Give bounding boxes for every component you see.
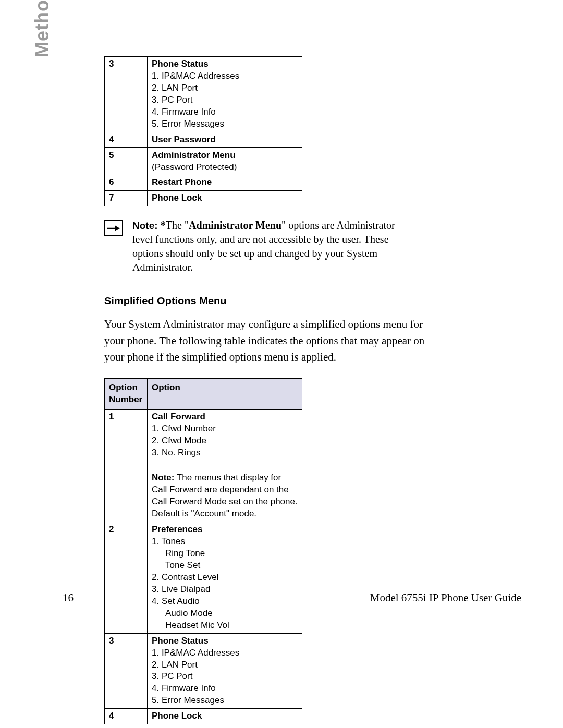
- note-rule-bottom: [104, 280, 417, 280]
- simplified-options-table: Option Number Option 1Call Forward1. Cfw…: [104, 378, 302, 724]
- option-subitem: 1. Tones: [152, 536, 298, 548]
- option-cell: Phone Status1. IP&MAC Addresses2. LAN Po…: [148, 57, 302, 132]
- option-number-cell: 7: [105, 191, 148, 206]
- options-table-continued: 3Phone Status1. IP&MAC Addresses2. LAN P…: [104, 56, 302, 206]
- option-subitem: Tone Set: [152, 560, 298, 572]
- note-bold-term: Administrator Menu: [189, 219, 282, 231]
- table-header-option-number: Option Number: [105, 378, 148, 409]
- option-subitem: 4. Firmware Info: [152, 106, 298, 118]
- table-row: 1Call Forward1. Cfwd Number2. Cfwd Mode3…: [105, 409, 302, 522]
- option-cell: Phone Lock: [148, 709, 302, 724]
- table-row: 3Phone Status1. IP&MAC Addresses2. LAN P…: [105, 57, 302, 132]
- option-number-cell: 3: [105, 57, 148, 132]
- option-number-cell: 4: [105, 132, 148, 147]
- option-title: Phone Status: [152, 58, 298, 70]
- option-subitem: 5. Error Messages: [152, 118, 298, 130]
- option-subitem: 3. No. Rings: [152, 447, 298, 459]
- table-row: 4Phone Lock: [105, 709, 302, 724]
- guide-title: Model 6755i IP Phone User Guide: [370, 591, 521, 604]
- option-number-cell: 6: [105, 175, 148, 191]
- table-row: 6Restart Phone: [105, 175, 302, 191]
- option-cell: Phone Lock: [148, 191, 302, 206]
- spacer: [152, 459, 298, 468]
- option-subitem: Audio Mode: [152, 608, 298, 620]
- option-number-cell: 1: [105, 409, 148, 522]
- option-number-cell: 5: [105, 147, 148, 175]
- option-title: User Password: [152, 134, 298, 146]
- arrow-right-icon: [104, 220, 123, 236]
- note-asterisk: *: [161, 219, 166, 231]
- option-title: Restart Phone: [152, 177, 298, 189]
- footer-rule: [63, 588, 521, 588]
- table-row: 5Administrator Menu(Password Protected): [105, 147, 302, 175]
- option-subitem: 2. LAN Port: [152, 82, 298, 94]
- option-cell: Preferences1. TonesRing ToneTone Set2. C…: [148, 522, 302, 633]
- option-title: Phone Lock: [152, 710, 298, 722]
- option-title: Phone Lock: [152, 192, 298, 204]
- option-cell: User Password: [148, 132, 302, 147]
- option-title: Administrator Menu: [152, 150, 298, 162]
- option-subitem: (Password Protected): [152, 162, 298, 174]
- option-title: Phone Status: [152, 635, 298, 647]
- option-number-cell: 2: [105, 522, 148, 633]
- section-heading: Simplified Options Menu: [104, 295, 438, 307]
- svg-marker-1: [115, 225, 120, 231]
- option-subitem: 1. IP&MAC Addresses: [152, 647, 298, 659]
- table-row: 4User Password: [105, 132, 302, 147]
- option-subitem: 2. LAN Port: [152, 659, 298, 671]
- option-cell: Restart Phone: [148, 175, 302, 191]
- option-subitem: 3. PC Port: [152, 94, 298, 106]
- option-cell: Call Forward1. Cfwd Number2. Cfwd Mode3.…: [148, 409, 302, 522]
- option-subitem: 2. Cfwd Mode: [152, 435, 298, 447]
- option-subitem: 1. Cfwd Number: [152, 423, 298, 435]
- option-subitem: 3. PC Port: [152, 671, 298, 683]
- note-label: Note:: [132, 220, 161, 231]
- page-footer: 16 Model 6755i IP Phone User Guide: [63, 588, 521, 604]
- option-subitem: Ring Tone: [152, 548, 298, 560]
- th-line1: Option: [109, 382, 143, 394]
- note-lead: The ": [166, 219, 189, 231]
- option-title: Preferences: [152, 524, 298, 536]
- option-subitem: Headset Mic Vol: [152, 620, 298, 632]
- table-header-option: Option: [148, 378, 302, 409]
- sidebar-section-title: Methods for Customizing Your Phone: [31, 0, 53, 57]
- page-content: 3Phone Status1. IP&MAC Addresses2. LAN P…: [104, 56, 438, 724]
- page-number: 16: [63, 591, 74, 604]
- table-row: 7Phone Lock: [105, 191, 302, 206]
- option-note: Note: The menus that display for Call Fo…: [152, 472, 298, 520]
- note-text: Note: *The "Administrator Menu" options …: [132, 218, 417, 275]
- section-paragraph: Your System Administrator may configure …: [104, 316, 438, 366]
- table-row: 2Preferences1. TonesRing ToneTone Set2. …: [105, 522, 302, 633]
- option-number-cell: 3: [105, 633, 148, 709]
- table-row: 3Phone Status1. IP&MAC Addresses2. LAN P…: [105, 633, 302, 709]
- option-subitem: 5. Error Messages: [152, 695, 298, 707]
- option-number-cell: 4: [105, 709, 148, 724]
- option-cell: Administrator Menu(Password Protected): [148, 147, 302, 175]
- option-subitem: 4. Firmware Info: [152, 683, 298, 695]
- note-block: Note: *The "Administrator Menu" options …: [104, 215, 417, 280]
- option-subitem: 2. Contrast Level: [152, 572, 298, 584]
- option-title: Call Forward: [152, 411, 298, 423]
- option-cell: Phone Status1. IP&MAC Addresses2. LAN Po…: [148, 633, 302, 709]
- option-note-label: Note:: [152, 473, 174, 483]
- option-subitem: 1. IP&MAC Addresses: [152, 70, 298, 82]
- th-line2: Number: [109, 394, 143, 406]
